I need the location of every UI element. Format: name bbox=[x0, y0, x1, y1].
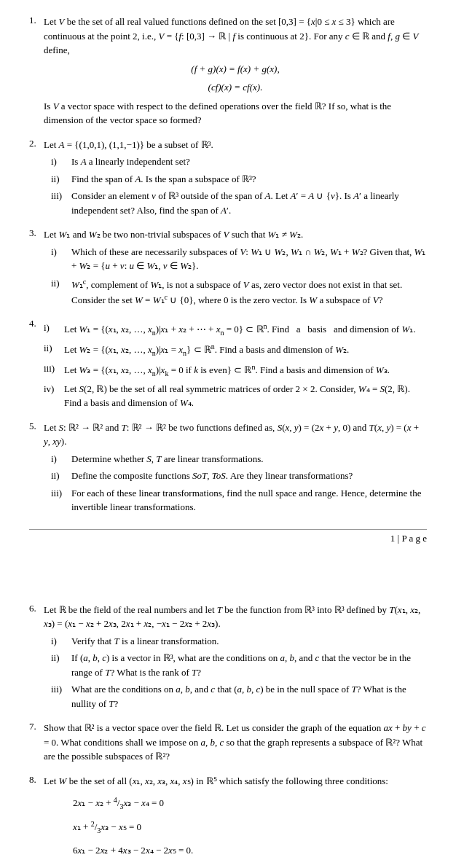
q6-number: 6. bbox=[29, 603, 44, 711]
q4-sub-i: i) Let W₁ = {(x₁, x₂, …, xn)|x₁ + x₂ + ⋯… bbox=[44, 321, 427, 338]
q7-text: Show that ℝ² is a vector space over the … bbox=[44, 721, 427, 764]
q1-eq2: (cf)(x) = cf(x). bbox=[44, 80, 427, 95]
q6-i-text: Verify that T is a linear transformation… bbox=[71, 634, 427, 649]
q8-followup: Is W a subspace of ℝ⁵? If so, find a bas… bbox=[44, 865, 427, 868]
q4-iii-label: iii) bbox=[44, 361, 64, 379]
q3-body: Let W₁ and W₂ be two non-trivial subspac… bbox=[44, 227, 427, 308]
q8-eq1: 2x₁ − x₂ + 4/3x₃ − x₄ = 0 bbox=[73, 794, 427, 813]
q4-sub-ii: ii) Let W₂ = {(x₁, x₂, …, xn)|x₁ = xn} ⊂… bbox=[44, 341, 427, 359]
q4-sub-iii: iii) Let W₃ = {(x₁, x₂, …, xn)|xk = 0 if… bbox=[44, 361, 427, 379]
q6-sub-iii: iii) What are the conditions on a, b, an… bbox=[44, 682, 427, 711]
question-3: 3. Let W₁ and W₂ be two non-trivial subs… bbox=[29, 227, 427, 308]
q2-text: Let A = {(1,0,1), (1,1,−1)} be a subset … bbox=[44, 138, 427, 152]
question-1: 1. Let V be the set of all real valued f… bbox=[29, 15, 427, 128]
q3-ii-text: W₁c, complement of W₁, is not a subspace… bbox=[71, 276, 427, 308]
q6-iii-text: What are the conditions on a, b, and c t… bbox=[71, 682, 427, 711]
q5-text: Let S: ℝ² → ℝ² and T: ℝ² → ℝ² be two fun… bbox=[44, 421, 427, 449]
q3-text: Let W₁ and W₂ be two non-trivial subspac… bbox=[44, 227, 427, 242]
q2-sub-ii: ii) Find the span of A. Is the span a su… bbox=[44, 172, 427, 187]
q4-body: i) Let W₁ = {(x₁, x₂, …, xn)|x₁ + x₂ + ⋯… bbox=[44, 318, 427, 410]
q5-sub-iii: iii) For each of these linear transforma… bbox=[44, 486, 427, 515]
question-2: 2. Let A = {(1,0,1), (1,1,−1)} be a subs… bbox=[29, 138, 427, 218]
q6-ii-label: ii) bbox=[51, 651, 71, 679]
q8-body: Let W be the set of all (x₁, x₂, x₃, x₄,… bbox=[44, 774, 427, 868]
q6-i-label: i) bbox=[51, 634, 71, 649]
q4-i-text: Let W₁ = {(x₁, x₂, …, xn)|x₁ + x₂ + ⋯ + … bbox=[64, 321, 427, 338]
q3-ii-label: ii) bbox=[51, 276, 71, 308]
q5-number: 5. bbox=[29, 421, 44, 515]
q2-iii-label: iii) bbox=[51, 189, 71, 217]
question-4: 4. i) Let W₁ = {(x₁, x₂, …, xn)|x₁ + x₂ … bbox=[29, 318, 427, 410]
q1-text: Let V be the set of all real valued func… bbox=[44, 16, 418, 55]
q2-ii-text: Find the span of A. Is the span a subspa… bbox=[71, 172, 427, 187]
question-8: 8. Let W be the set of all (x₁, x₂, x₃, … bbox=[29, 774, 427, 868]
q8-number: 8. bbox=[29, 774, 44, 868]
page-footer: 1 | P a g e bbox=[29, 529, 427, 544]
q4-iv-text: Let S(2, ℝ) be the set of all real symme… bbox=[64, 382, 427, 410]
q5-iii-label: iii) bbox=[51, 486, 71, 515]
q1-body: Let V be the set of all real valued func… bbox=[44, 15, 427, 128]
q6-body: Let ℝ be the field of the real numbers a… bbox=[44, 603, 427, 711]
q4-sub-iv: iv) Let S(2, ℝ) be the set of all real s… bbox=[44, 382, 427, 410]
q5-i-text: Determine whether S, T are linear transf… bbox=[71, 452, 427, 466]
q5-sub-i: i) Determine whether S, T are linear tra… bbox=[44, 452, 427, 466]
q8-equations: 2x₁ − x₂ + 4/3x₃ − x₄ = 0 x₁ + 2/3x₃ − x… bbox=[73, 794, 427, 859]
q3-i-text: Which of these are necessarily subspaces… bbox=[71, 245, 427, 273]
q2-iii-text: Consider an element v of ℝ³ outside of t… bbox=[71, 189, 427, 217]
q4-iv-label: iv) bbox=[44, 382, 64, 410]
q5-body: Let S: ℝ² → ℝ² and T: ℝ² → ℝ² be two fun… bbox=[44, 421, 427, 515]
q5-ii-text: Define the composite functions SoT, ToS.… bbox=[71, 469, 427, 483]
q4-i-label: i) bbox=[44, 321, 64, 338]
page-number: 1 | P a g e bbox=[390, 533, 427, 544]
q3-sub-i: i) Which of these are necessarily subspa… bbox=[44, 245, 427, 273]
q4-ii-label: ii) bbox=[44, 341, 64, 359]
q2-body: Let A = {(1,0,1), (1,1,−1)} be a subset … bbox=[44, 138, 427, 218]
q4-ii-text: Let W₂ = {(x₁, x₂, …, xn)|x₁ = xn} ⊂ ℝn.… bbox=[64, 341, 427, 359]
q5-sub-ii: ii) Define the composite functions SoT, … bbox=[44, 469, 427, 483]
document-page: 1. Let V be the set of all real valued f… bbox=[29, 15, 427, 868]
q6-text: Let ℝ be the field of the real numbers a… bbox=[44, 603, 427, 631]
q7-body: Show that ℝ² is a vector space over the … bbox=[44, 721, 427, 764]
q6-sub-ii: ii) If (a, b, c) is a vector in ℝ³, what… bbox=[44, 651, 427, 679]
q2-sub-iii: iii) Consider an element v of ℝ³ outside… bbox=[44, 189, 427, 217]
q2-i-label: i) bbox=[51, 155, 71, 169]
page-spacer bbox=[29, 559, 427, 603]
q1-number: 1. bbox=[29, 15, 44, 128]
q5-i-label: i) bbox=[51, 452, 71, 466]
q6-sub-i: i) Verify that T is a linear transformat… bbox=[44, 634, 427, 649]
question-5: 5. Let S: ℝ² → ℝ² and T: ℝ² → ℝ² be two … bbox=[29, 421, 427, 515]
question-7: 7. Show that ℝ² is a vector space over t… bbox=[29, 721, 427, 764]
q2-sub-i: i) Is A a linearly independent set? bbox=[44, 155, 427, 169]
q8-eq3: 6x₁ − 2x₂ + 4x₃ − 2x₄ − 2x₅ = 0. bbox=[73, 842, 427, 859]
q6-ii-text: If (a, b, c) is a vector in ℝ³, what are… bbox=[71, 651, 427, 679]
q4-number: 4. bbox=[29, 318, 44, 410]
q4-iii-text: Let W₃ = {(x₁, x₂, …, xn)|xk = 0 if k is… bbox=[64, 361, 427, 379]
q2-ii-label: ii) bbox=[51, 172, 71, 187]
q2-number: 2. bbox=[29, 138, 44, 218]
q3-i-label: i) bbox=[51, 245, 71, 273]
q3-sub-ii: ii) W₁c, complement of W₁, is not a subs… bbox=[44, 276, 427, 308]
q3-number: 3. bbox=[29, 227, 44, 308]
q5-iii-text: For each of these linear transformations… bbox=[71, 486, 427, 515]
q8-text: Let W be the set of all (x₁, x₂, x₃, x₄,… bbox=[44, 774, 427, 789]
q1-eq1: (f + g)(x) = f(x) + g(x), bbox=[44, 62, 427, 77]
q8-eq2: x₁ + 2/3x₃ − x₅ = 0 bbox=[73, 818, 427, 837]
question-6: 6. Let ℝ be the field of the real number… bbox=[29, 603, 427, 711]
q5-ii-label: ii) bbox=[51, 469, 71, 483]
q6-iii-label: iii) bbox=[51, 682, 71, 711]
q2-i-text: Is A a linearly independent set? bbox=[71, 155, 427, 169]
q7-number: 7. bbox=[29, 721, 44, 764]
q1-followup: Is V a vector space with respect to the … bbox=[44, 99, 427, 128]
